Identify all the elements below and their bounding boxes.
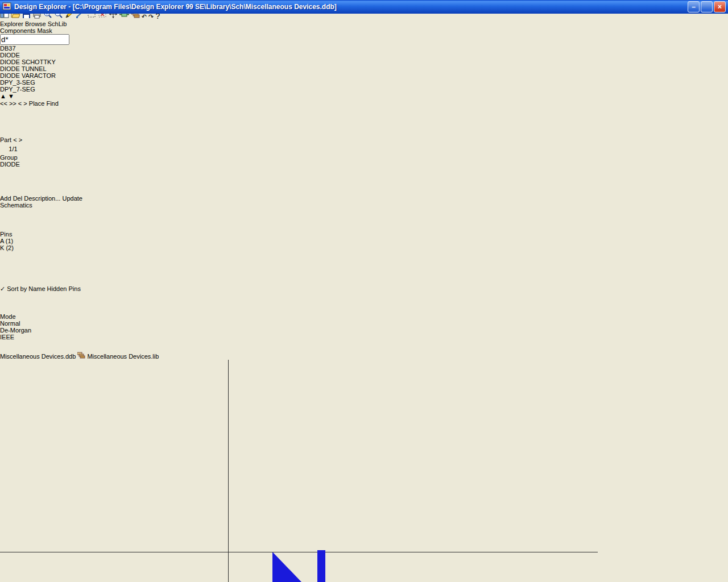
last-component-button[interactable]: >> [9, 100, 16, 107]
components-groupbox: Components Mask DB37 DIODE DIODE SCHOTTK… [0, 27, 102, 136]
sort-by-name-checkbox[interactable]: ✓ Sort by Name [0, 285, 47, 292]
group-title: Group [0, 154, 18, 161]
part-next-button[interactable]: > [19, 136, 22, 143]
mode-demorgan-label: De-Morgan [0, 327, 31, 334]
group-item-selected[interactable]: DIODE [0, 161, 93, 168]
doc-tab-label: Miscellaneous Devices.ddb [0, 353, 76, 360]
redo-icon[interactable]: ↷ [148, 13, 154, 20]
line-tool-icon[interactable] [76, 13, 85, 20]
hidden-pins-checkbox[interactable]: Hidden Pins [47, 285, 81, 292]
zoom-in-icon[interactable] [43, 13, 52, 20]
mode-ieee-label: IEEE [0, 334, 14, 340]
pins-title: Pins [0, 231, 12, 238]
del-button[interactable]: Del [13, 195, 23, 202]
pin-item[interactable]: K (2) [0, 244, 93, 251]
first-component-button[interactable]: << [0, 100, 7, 107]
pins-groupbox: Pins A (1) K (2) ✓ Sort by Name Hidden P… [0, 231, 102, 313]
mask-input[interactable] [0, 34, 69, 45]
components-title: Components [0, 27, 35, 34]
part-indicator: 1/1 [0, 143, 26, 154]
component-item[interactable]: DIODE VARACTOR [0, 72, 93, 79]
browse-panel: Explorer Browse SchLib Components Mask D… [0, 20, 728, 352]
find-button[interactable]: Find [46, 100, 58, 107]
open-icon[interactable] [11, 13, 20, 20]
tab-miscellaneous-devices-ddb[interactable]: Miscellaneous Devices.ddb [0, 353, 77, 360]
mode-normal-label: Normal [0, 320, 20, 327]
part-label: Part [0, 136, 11, 143]
deselect-icon[interactable] [98, 13, 107, 20]
pin-item-selected[interactable]: A (1) [0, 238, 93, 244]
document-tabs: Miscellaneous Devices.ddb Miscellaneous … [0, 352, 728, 360]
restore-button[interactable] [701, 1, 713, 13]
component-item-selected[interactable]: DIODE [0, 52, 93, 59]
checkbox-checked-icon: ✓ [0, 285, 5, 292]
add-button[interactable]: Add [0, 195, 11, 202]
schematic-drawing [0, 360, 598, 582]
place-button[interactable]: Place [29, 100, 45, 107]
canvas-frame: ▲ ▼ ◄ ► [0, 360, 728, 582]
undo-icon[interactable]: ↶ [142, 13, 147, 20]
design-manager-icon[interactable] [0, 13, 9, 20]
mask-label: Mask [37, 27, 52, 34]
minimize-button[interactable]: – [688, 1, 700, 13]
zoom-out-icon[interactable] [54, 13, 63, 20]
component-item[interactable]: DIODE SCHOTTKY [0, 59, 93, 65]
scroll-down-icon[interactable]: ▼ [8, 93, 14, 99]
design-explorer-window: Design Explorer - [C:\Program Files\Desi… [0, 0, 728, 582]
component-item[interactable]: DIODE TUNNEL [0, 65, 93, 72]
doc-tab-label: Miscellaneous Devices.lib [87, 353, 159, 360]
move-icon[interactable] [109, 13, 118, 20]
next-component-button[interactable]: > [23, 100, 27, 107]
part-prev-button[interactable]: < [13, 136, 16, 143]
group-groupbox: Group DIODE Add Del Description... Updat… [0, 154, 102, 231]
sort-by-name-label: Sort by Name [7, 285, 45, 292]
browse-panel-body: Components Mask DB37 DIODE DIODE SCHOTTK… [0, 27, 728, 352]
pencil-icon[interactable] [65, 13, 74, 20]
app-icon [2, 2, 11, 12]
library-doc-icon [77, 353, 85, 360]
components-list-scrollbar[interactable]: ▲ ▼ [0, 93, 93, 99]
component-item[interactable]: DPY_3-SEG [0, 79, 93, 86]
titlebar: Design Explorer - [C:\Program Files\Desi… [0, 0, 728, 14]
pins-list: A (1) K (2) [0, 238, 93, 285]
scroll-up-icon[interactable]: ▲ [0, 93, 6, 99]
selection-icon[interactable] [87, 13, 96, 20]
close-button[interactable]: × [714, 1, 726, 13]
tab-explorer[interactable]: Explorer [0, 20, 23, 27]
parts-library-icon[interactable] [131, 13, 140, 20]
diode-triangle [272, 552, 317, 582]
cross-probe-icon[interactable] [119, 13, 129, 20]
components-list: DB37 DIODE DIODE SCHOTTKY DIODE TUNNEL D… [0, 45, 93, 100]
mode-groupbox: Mode Normal De-Morgan IEEE [0, 313, 102, 352]
help-icon[interactable]: ? [155, 13, 160, 20]
group-list: DIODE [0, 161, 93, 195]
prev-component-button[interactable]: < [18, 100, 22, 107]
tab-browse-schlib[interactable]: Browse SchLib [25, 20, 67, 27]
component-item[interactable]: DPY_7-SEG [0, 86, 93, 93]
schematic-canvas[interactable] [0, 360, 728, 582]
component-item[interactable]: DB37 [0, 45, 93, 52]
diode-cathode-bar [317, 550, 325, 582]
description-button[interactable]: Description... [24, 195, 60, 202]
save-icon[interactable] [22, 13, 31, 20]
print-icon[interactable] [32, 13, 42, 20]
diode-symbol[interactable] [136, 550, 456, 582]
hidden-pins-label: Hidden Pins [47, 285, 81, 292]
mode-title: Mode [0, 313, 16, 320]
window-title: Design Explorer - [C:\Program Files\Desi… [14, 3, 686, 11]
tab-miscellaneous-devices-lib[interactable]: Miscellaneous Devices.lib [77, 353, 159, 360]
